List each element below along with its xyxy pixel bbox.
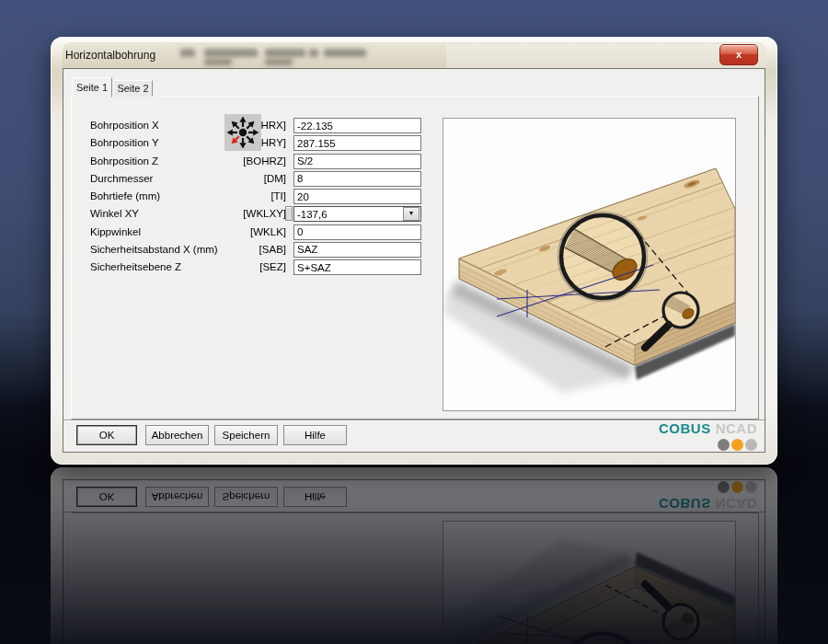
dialog-titlebar[interactable]: Horizontalbohrung (63, 42, 765, 68)
tab-seite-1[interactable]: Seite 1 (72, 77, 112, 98)
field-input-dm[interactable] (293, 171, 421, 187)
preview-illustration (443, 119, 735, 410)
field-input-bohry[interactable] (293, 135, 421, 151)
brand-logo: COBUSNCAD (659, 420, 757, 451)
brand-dot-0 (718, 439, 730, 451)
horizontalbohrung-dialog: Horizontalbohrung x Seite 1 Seite 2 Bohr… (51, 37, 777, 465)
brand-dot-2 (745, 439, 757, 451)
blurred-background-text (265, 59, 293, 65)
brand-secondary: NCAD (716, 420, 757, 436)
field-label-sez: Sicherheitsebene Z (90, 261, 181, 272)
tab-seite-2[interactable]: Seite 2 (113, 80, 153, 97)
form-row-sab: Sicherheitsabstand X (mm)[SAB] (63, 242, 450, 259)
dropdown-arrow-icon[interactable]: ▼ (403, 207, 420, 221)
field-label-wklxy: Winkel XY (90, 208, 139, 219)
field-code-bohrz: [BOHRZ] (211, 155, 286, 167)
field-label-sab: Sicherheitsabstand X (mm) (90, 244, 218, 255)
field-input-wklk[interactable] (293, 224, 421, 240)
ok-button[interactable]: OK (76, 425, 137, 445)
field-label-bohrx: Bohrposition X (90, 120, 159, 131)
field-label-wklk: Kippwinkel (90, 226, 141, 237)
close-icon[interactable]: x (719, 44, 758, 65)
titlebar-glass-highlight (446, 44, 765, 68)
field-code-wklxy: [WKLXY] (211, 208, 286, 219)
brand-dots (659, 439, 757, 451)
brand-dot-1 (731, 439, 743, 451)
field-label-dm: Durchmesser (90, 173, 153, 184)
field-code-dm: [DM] (211, 173, 286, 184)
form-row-wklxy: Winkel XY[WKLXY]-137,6▼ (63, 206, 450, 223)
field-code-ti: [TI] (211, 190, 286, 201)
form-row-sez: Sicherheitsebene Z[SEZ] (63, 259, 450, 276)
abbrechen-button[interactable]: Abbrechen (145, 425, 209, 445)
blurred-background-text (204, 49, 258, 57)
hilfe-button[interactable]: Hilfe (283, 425, 347, 445)
dialog-client-area: Seite 1 Seite 2 Bohrposition X[BOHRX]Boh… (63, 68, 765, 453)
form-row-dm: Durchmesser[DM] (63, 171, 450, 188)
dialog-title: Horizontalbohrung (65, 49, 155, 62)
blurred-background-text (204, 59, 232, 65)
field-input-bohrz[interactable] (293, 154, 421, 169)
field-input-sab[interactable] (293, 242, 421, 258)
combo-side-notch[interactable] (285, 206, 293, 221)
brand-primary: COBUS (659, 420, 711, 436)
blurred-background-text (180, 49, 195, 57)
form-row-bohrz: Bohrposition Z[BOHRZ] (63, 154, 450, 170)
field-label-ti: Bohrtiefe (mm) (90, 190, 160, 201)
field-code-sez: [SEZ] (211, 261, 286, 272)
preview-panel (443, 118, 736, 411)
move-cursor-icon (224, 114, 261, 151)
field-input-ti[interactable] (293, 189, 421, 204)
field-code-sab: [SAB] (211, 244, 286, 255)
blurred-background-text (265, 49, 305, 57)
field-label-bohry: Bohrposition Y (90, 137, 159, 148)
field-input-bohrx[interactable] (293, 118, 421, 133)
field-code-wklk: [WKLK] (211, 226, 286, 237)
speichern-button[interactable]: Speichern (214, 425, 278, 445)
field-input-sez[interactable] (293, 259, 421, 275)
blurred-background-text (324, 49, 366, 57)
blurred-background-text (309, 49, 318, 57)
field-combo-wklxy[interactable]: -137,6▼ (293, 206, 421, 222)
form-row-wklk: Kippwinkel[WKLK] (63, 224, 450, 241)
combo-value-wklxy: -137,6 (294, 209, 403, 220)
form-row-ti: Bohrtiefe (mm)[TI] (63, 189, 450, 205)
field-label-bohrz: Bohrposition Z (90, 155, 158, 167)
